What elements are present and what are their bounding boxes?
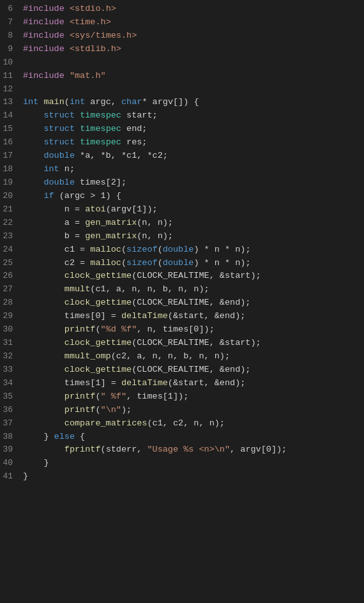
token-kw: if: [43, 191, 54, 201]
code-line: 11#include "mat.h": [0, 70, 364, 83]
line-number: 16: [0, 136, 23, 149]
token-plain: , n, times[0]);: [137, 324, 215, 334]
line-number: 9: [0, 43, 23, 56]
token-kw: struct: [43, 111, 75, 120]
token-plain: times[2];: [75, 178, 126, 187]
line-number: 21: [0, 203, 23, 216]
token-plain: n =: [23, 204, 85, 214]
line-content: fprintf(stderr, "Usage %s <n>\n", argv[0…: [23, 443, 364, 457]
token-plain: [23, 405, 64, 415]
line-content: }: [23, 457, 364, 470]
code-line: 8#include <sys/times.h>: [0, 29, 364, 43]
token-kw: sizeof: [126, 258, 158, 268]
token-plain: ) * n * n);: [193, 258, 250, 268]
token-plain: (CLOCK_REALTIME, &end);: [132, 298, 250, 307]
token-kw: double: [43, 178, 75, 187]
line-number: 15: [0, 123, 23, 135]
code-editor: 6#include <stdio.h>7#include <time.h>8#i…: [0, 0, 364, 486]
token-plain: times[0] =: [23, 311, 121, 321]
line-content: printf("%d %f", n, times[0]);: [23, 323, 364, 337]
code-line: 9#include <stdlib.h>: [0, 43, 364, 56]
token-plain: [23, 111, 43, 120]
code-line: 13int main(int argc, char* argv[]) {: [0, 96, 364, 109]
token-plain: [23, 338, 64, 347]
line-content: n = atoi(argv[1]);: [23, 203, 364, 217]
token-type: timespec: [80, 124, 121, 134]
token-plain: start;: [121, 111, 158, 120]
line-number: 19: [0, 176, 23, 189]
token-plain: (n, n);: [137, 231, 173, 241]
token-plain: end;: [121, 124, 148, 134]
token-plain: c2 =: [23, 258, 90, 268]
token-plain: [23, 418, 64, 428]
token-plain: [23, 351, 64, 361]
token-call: clock_gettime: [64, 271, 132, 280]
line-content: #include <time.h>: [23, 16, 364, 29]
line-content: [23, 56, 364, 70]
token-inc: <stdio.h>: [70, 4, 116, 13]
token-plain: (: [158, 258, 163, 268]
token-kw: struct: [43, 124, 75, 134]
token-kw: int: [23, 97, 38, 107]
code-line: 20 if (argc > 1) {: [0, 190, 364, 203]
line-number: 17: [0, 149, 23, 162]
line-content: struct timespec start;: [23, 109, 364, 123]
token-plain: *a, *b, *c1, *c2;: [75, 151, 168, 160]
line-number: 7: [0, 16, 23, 29]
line-number: 35: [0, 390, 23, 403]
token-call: gen_matrix: [85, 218, 137, 227]
code-line: 29 times[0] = deltaTime(&start, &end);: [0, 310, 364, 323]
token-call: printf: [64, 405, 96, 415]
token-plain: [23, 324, 64, 334]
token-plain: [64, 44, 70, 54]
token-plain: [23, 178, 43, 187]
token-plain: a =: [23, 218, 85, 227]
token-plain: argc,: [85, 97, 121, 107]
line-number: 36: [0, 404, 23, 416]
line-number: 27: [0, 283, 23, 296]
token-call: malloc: [90, 245, 121, 254]
token-pp: #include: [23, 17, 64, 27]
token-plain: (n, n);: [137, 218, 173, 227]
token-plain: [23, 445, 64, 454]
token-plain: [64, 71, 70, 80]
token-kw: else: [54, 432, 75, 441]
token-call: gen_matrix: [85, 231, 137, 241]
line-number: 41: [0, 470, 23, 483]
line-number: 38: [0, 431, 23, 443]
token-inc: <stdlib.h>: [70, 44, 121, 54]
code-line: 21 n = atoi(argv[1]);: [0, 203, 364, 217]
token-plain: * argv[]) {: [142, 97, 199, 107]
token-call: mmult_omp: [64, 351, 111, 361]
token-call: printf: [64, 324, 96, 334]
line-number: 25: [0, 257, 23, 270]
line-number: 40: [0, 457, 23, 469]
line-number: 31: [0, 337, 23, 349]
token-plain: [75, 124, 80, 134]
token-plain: (: [95, 405, 100, 415]
token-plain: (: [121, 245, 126, 254]
line-number: 10: [0, 56, 23, 69]
token-plain: [64, 17, 70, 27]
line-number: 6: [0, 3, 23, 15]
line-content: double *a, *b, *c1, *c2;: [23, 149, 364, 163]
token-plain: (c1, c2, n, n);: [147, 418, 225, 428]
line-number: 8: [0, 29, 23, 42]
token-plain: (argv[1]);: [106, 204, 158, 214]
code-line: 24 c1 = malloc(sizeof(double) * n * n);: [0, 243, 364, 257]
token-call: clock_gettime: [64, 338, 132, 347]
token-plain: (c2, a, n, n, b, n, n);: [111, 351, 230, 361]
code-line: 19 double times[2];: [0, 176, 364, 190]
line-number: 12: [0, 83, 23, 96]
token-kw: int: [70, 97, 85, 107]
code-line: 32 mmult_omp(c2, a, n, n, b, n, n);: [0, 350, 364, 363]
token-kw: int: [43, 164, 59, 174]
token-plain: (: [95, 392, 100, 401]
token-call: atoi: [85, 204, 105, 214]
token-plain: [23, 271, 64, 280]
token-plain: [23, 365, 64, 374]
token-call: mmult: [64, 284, 91, 294]
code-line: 6#include <stdio.h>: [0, 3, 364, 16]
line-number: 34: [0, 377, 23, 390]
token-type: timespec: [80, 137, 121, 147]
